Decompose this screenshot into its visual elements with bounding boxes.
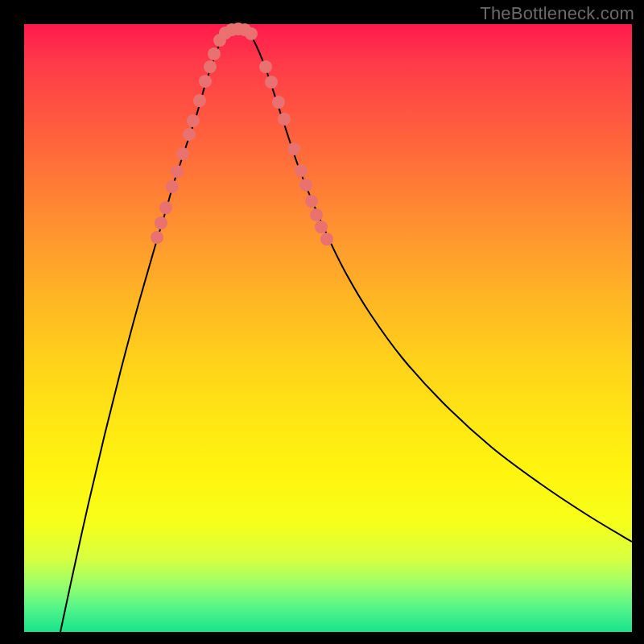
watermark-text: TheBottleneck.com [480, 3, 634, 24]
data-point [176, 147, 189, 160]
plot-area [24, 24, 632, 632]
data-point [204, 60, 217, 73]
data-point [315, 221, 328, 233]
data-point [259, 60, 272, 73]
marker-dots [151, 23, 333, 246]
data-point [272, 96, 285, 109]
data-point [208, 47, 221, 60]
data-point [295, 164, 308, 177]
data-point [245, 27, 258, 40]
data-point [199, 75, 212, 88]
bottleneck-curve [60, 28, 632, 632]
data-point [193, 94, 206, 107]
data-point [151, 231, 163, 244]
data-point [278, 113, 291, 126]
data-point [299, 179, 312, 192]
data-point [287, 142, 300, 155]
data-point [155, 217, 167, 229]
outer-frame: TheBottleneck.com [0, 0, 644, 644]
data-point [305, 195, 318, 208]
data-point [183, 128, 196, 141]
data-point [265, 76, 278, 89]
data-point [159, 201, 172, 214]
data-point [320, 233, 333, 246]
data-point [187, 114, 200, 127]
data-point [171, 165, 184, 178]
chart-svg [24, 24, 632, 632]
data-point [166, 180, 179, 193]
data-point [310, 208, 323, 221]
